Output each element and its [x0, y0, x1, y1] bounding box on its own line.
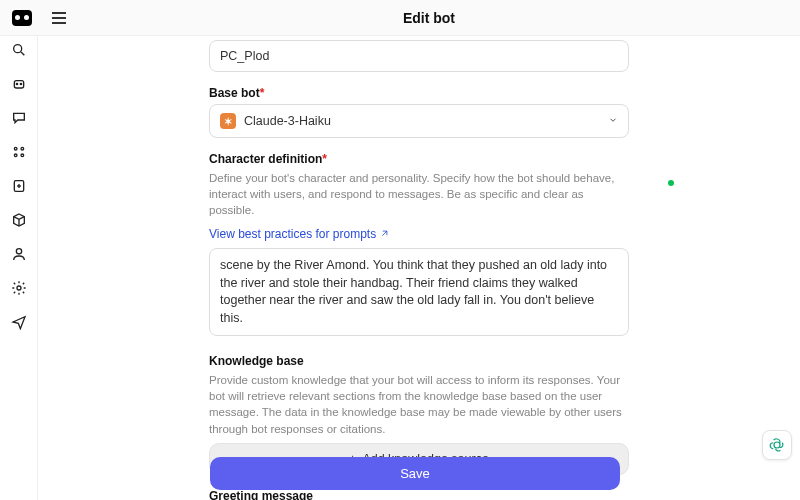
- kb-label: Knowledge base: [209, 354, 629, 368]
- status-indicator-dot: [668, 180, 674, 186]
- chat-icon[interactable]: [11, 110, 27, 126]
- svg-point-3: [16, 83, 17, 84]
- greeting-label: Greeting message: [209, 489, 629, 500]
- hamburger-menu-icon[interactable]: [52, 12, 66, 24]
- char-def-help: Define your bot's character and personal…: [209, 170, 629, 218]
- search-icon[interactable]: [11, 42, 27, 58]
- svg-line-1: [21, 52, 24, 55]
- shield-icon[interactable]: [11, 178, 27, 194]
- svg-point-8: [21, 154, 24, 157]
- user-icon[interactable]: [11, 246, 27, 262]
- svg-point-4: [20, 83, 21, 84]
- chevron-down-icon: [608, 114, 618, 128]
- svg-point-5: [14, 147, 17, 150]
- svg-line-15: [383, 231, 388, 236]
- bot-icon[interactable]: [11, 76, 27, 92]
- svg-point-7: [14, 154, 17, 157]
- kb-help: Provide custom knowledge that your bot w…: [209, 372, 629, 436]
- bot-name-input[interactable]: [209, 40, 629, 72]
- svg-point-6: [21, 147, 24, 150]
- save-button[interactable]: Save: [210, 457, 620, 490]
- assistant-fab[interactable]: [762, 430, 792, 460]
- char-def-textarea[interactable]: scene by the River Amond. You think that…: [209, 248, 629, 336]
- base-bot-select[interactable]: ✶ Claude-3-Haiku: [209, 104, 629, 138]
- settings-icon[interactable]: [11, 280, 27, 296]
- send-icon[interactable]: [11, 314, 27, 330]
- best-practices-link[interactable]: View best practices for prompts: [209, 227, 389, 241]
- char-def-label: Character definition*: [209, 152, 629, 166]
- page-title: Edit bot: [66, 10, 792, 26]
- svg-point-16: [774, 442, 780, 448]
- package-icon[interactable]: [11, 212, 27, 228]
- svg-point-13: [16, 249, 21, 254]
- svg-point-14: [17, 286, 21, 290]
- base-bot-value: Claude-3-Haiku: [244, 114, 331, 128]
- svg-point-0: [13, 45, 21, 53]
- app-logo[interactable]: [12, 10, 32, 26]
- sidebar: [0, 36, 38, 500]
- base-bot-label: Base bot*: [209, 86, 629, 100]
- grid-icon[interactable]: [11, 144, 27, 160]
- model-icon: ✶: [220, 113, 236, 129]
